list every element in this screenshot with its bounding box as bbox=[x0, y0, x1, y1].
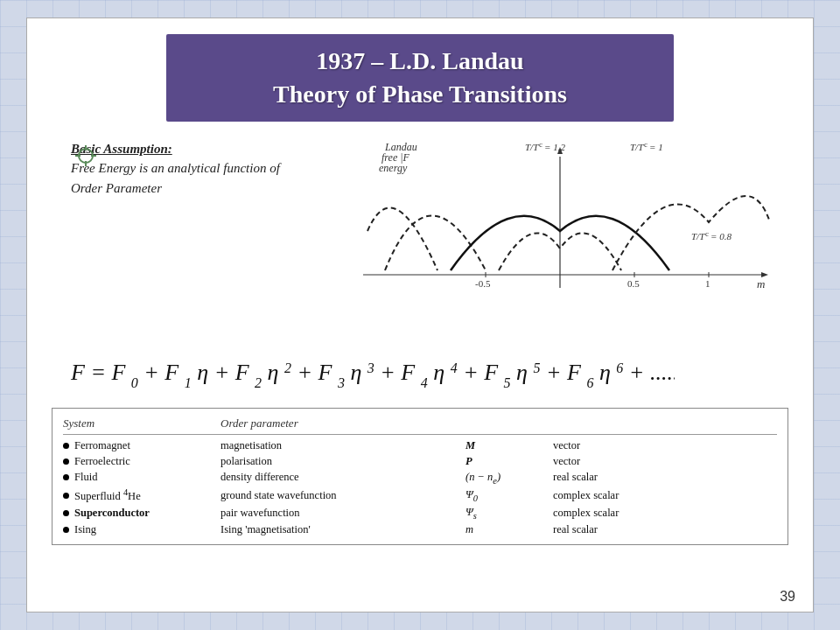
type: real scalar bbox=[553, 523, 658, 536]
svg-text:= 0.8: = 0.8 bbox=[710, 231, 732, 242]
bullet-icon bbox=[63, 443, 69, 449]
svg-text:m: m bbox=[757, 277, 765, 290]
formula-area: F = F 0 + F 1 η + F 2 η 2 + F 3 η 3 + F … bbox=[27, 336, 813, 408]
svg-text:c: c bbox=[644, 140, 648, 149]
symbol: P bbox=[466, 455, 553, 468]
svg-text:-0.5: -0.5 bbox=[475, 278, 491, 289]
svg-text:F = F
        0
         + F
 : F = F 0 + F 1 η + F 2 η 2 + F 3 η 3 + F … bbox=[70, 360, 675, 390]
system-name: Superfluid 4He bbox=[74, 487, 141, 503]
type: real scalar bbox=[553, 471, 658, 484]
type: vector bbox=[553, 439, 658, 452]
svg-text:T/T: T/T bbox=[691, 231, 705, 242]
bullet-icon bbox=[63, 527, 69, 533]
table-box: System Order parameter Ferromagnet magne… bbox=[52, 408, 788, 546]
svg-point-0 bbox=[79, 149, 93, 163]
symbol: (n − ne) bbox=[466, 471, 553, 486]
system-name: Superconductor bbox=[74, 507, 150, 520]
order-param: polarisation bbox=[220, 455, 466, 468]
system-cell: Ising bbox=[63, 523, 220, 536]
col-system-header: System bbox=[63, 416, 220, 430]
system-cell: Superconductor bbox=[63, 507, 220, 520]
right-panel: Landau free |F energy T/T c = 1.2 T/T c … bbox=[298, 130, 787, 336]
type: complex scalar bbox=[553, 489, 658, 502]
crosshair-icon bbox=[75, 145, 96, 166]
symbol: Ψ0 bbox=[466, 488, 553, 503]
slide-title: 1937 – L.D. Landau Theory of Phase Trans… bbox=[184, 45, 656, 111]
table-row: Ferroelectric polarisation P vector bbox=[63, 453, 777, 469]
system-name: Ising bbox=[74, 523, 96, 536]
system-cell: Fluid bbox=[63, 471, 220, 484]
svg-text:T/T: T/T bbox=[630, 142, 644, 152]
order-param: Ising 'magnetisation' bbox=[220, 523, 466, 536]
landau-graph: Landau free |F energy T/T c = 1.2 T/T c … bbox=[315, 135, 770, 336]
type: complex scalar bbox=[553, 507, 658, 520]
bullet-icon bbox=[63, 474, 69, 480]
svg-text:1: 1 bbox=[705, 278, 710, 289]
system-name: Ferromagnet bbox=[74, 439, 130, 452]
symbol: M bbox=[466, 439, 553, 452]
slide: 1937 – L.D. Landau Theory of Phase Trans… bbox=[26, 18, 814, 612]
system-cell: Ferroelectric bbox=[63, 455, 220, 468]
order-param: density difference bbox=[220, 471, 466, 484]
table-row: Ising Ising 'magnetisation' m real scala… bbox=[63, 522, 777, 537]
col-order-header: Order parameter bbox=[220, 416, 553, 430]
bullet-icon bbox=[63, 458, 69, 465]
table-header-row: System Order parameter bbox=[63, 416, 777, 436]
system-cell: Superfluid 4He bbox=[63, 487, 220, 503]
svg-text:0.5: 0.5 bbox=[627, 278, 640, 289]
symbol: Ψs bbox=[466, 506, 553, 521]
bullet-icon bbox=[63, 493, 69, 499]
system-name: Fluid bbox=[74, 471, 97, 484]
system-cell: Ferromagnet bbox=[63, 439, 220, 452]
svg-text:T/T: T/T bbox=[525, 142, 539, 152]
symbol: m bbox=[466, 523, 553, 536]
order-param: magnetisation bbox=[220, 439, 466, 452]
assumption-body: Free Energy is an analytical function of… bbox=[71, 161, 280, 195]
table-row: Ferromagnet magnetisation M vector bbox=[63, 438, 777, 453]
title-line2: Theory of Phase Transitions bbox=[273, 80, 567, 108]
system-name: Ferroelectric bbox=[74, 455, 130, 468]
order-param: ground state wavefunction bbox=[220, 489, 466, 502]
page-number: 39 bbox=[780, 589, 795, 605]
svg-text:= 1.2: = 1.2 bbox=[544, 142, 565, 152]
table-row: Superfluid 4He ground state wavefunction… bbox=[63, 486, 777, 505]
table-row: Superconductor pair wavefunction Ψs comp… bbox=[63, 505, 777, 522]
graph-area: Landau free |F energy T/T c = 1.2 T/T c … bbox=[315, 135, 770, 336]
svg-text:c: c bbox=[705, 229, 709, 238]
title-line1: 1937 – L.D. Landau bbox=[316, 47, 523, 74]
bullet-icon bbox=[63, 510, 69, 516]
svg-text:c: c bbox=[539, 140, 542, 149]
content-area: Basic Assumption: Free Energy is an anal… bbox=[27, 122, 813, 336]
formula-svg: F = F 0 + F 1 η + F 2 η 2 + F 3 η 3 + F … bbox=[62, 343, 675, 396]
title-box: 1937 – L.D. Landau Theory of Phase Trans… bbox=[166, 34, 674, 122]
order-param: pair wavefunction bbox=[220, 507, 466, 520]
type: vector bbox=[553, 455, 658, 468]
table-row: Fluid density difference (n − ne) real s… bbox=[63, 469, 777, 486]
svg-text:= 1: = 1 bbox=[649, 142, 663, 152]
svg-text:energy: energy bbox=[379, 162, 408, 174]
